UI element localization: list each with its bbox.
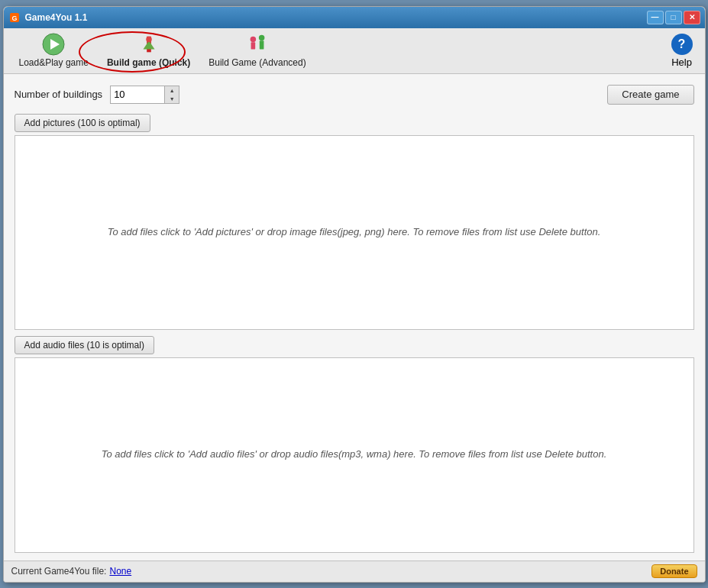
window-controls: — □ ✕ (647, 11, 700, 24)
spinner-down-button[interactable]: ▼ (165, 95, 179, 103)
main-window: G Game4You 1.1 — □ ✕ Load&Play game (3, 6, 706, 583)
tab-build-advanced-label: Build Game (Advanced) (209, 57, 306, 68)
build-quick-icon (137, 33, 160, 56)
help-button[interactable]: ? Help (665, 31, 699, 71)
maximize-button[interactable]: □ (665, 11, 682, 24)
buildings-spinner: ▲ ▼ (110, 86, 179, 104)
status-bar: Current Game4You file: None Donate (4, 561, 705, 582)
minimize-button[interactable]: — (647, 11, 664, 24)
pictures-drop-text: To add files click to 'Add pictures' or … (108, 225, 601, 241)
toolbar: Load&Play game Build game (Quick) (4, 28, 705, 74)
status-file-label: Current Game4You file: (11, 566, 107, 577)
spinner-up-button[interactable]: ▲ (165, 86, 179, 95)
window-title: Game4You 1.1 (25, 12, 647, 23)
svg-text:G: G (11, 15, 17, 22)
svg-point-6 (146, 37, 152, 43)
audio-section: Add audio files (10 is optimal) To add f… (15, 336, 694, 553)
donate-button[interactable]: Donate (651, 564, 697, 578)
buildings-label: Number of buildings (15, 89, 103, 100)
audio-drop-text: To add files click to 'Add audio files' … (102, 447, 607, 463)
tab-build-quick-label: Build game (Quick) (107, 57, 190, 68)
help-icon: ? (671, 34, 693, 55)
tab-build-quick[interactable]: Build game (Quick) (98, 30, 199, 71)
tab-load-play-label: Load&Play game (19, 57, 89, 68)
tab-build-advanced[interactable]: Build Game (Advanced) (199, 30, 315, 71)
svg-rect-10 (260, 40, 264, 49)
help-label: Help (671, 57, 692, 68)
add-audio-button[interactable]: Add audio files (10 is optimal) (15, 336, 154, 354)
svg-rect-8 (251, 42, 256, 49)
main-content: Number of buildings ▲ ▼ Create game Add … (4, 74, 705, 561)
spinner-buttons: ▲ ▼ (164, 86, 179, 103)
status-file-value[interactable]: None (109, 566, 131, 577)
tab-load-play[interactable]: Load&Play game (10, 30, 98, 71)
svg-point-9 (259, 35, 265, 41)
buildings-row: Number of buildings ▲ ▼ Create game (15, 82, 694, 108)
add-pictures-button[interactable]: Add pictures (100 is optimal) (15, 114, 150, 132)
close-button[interactable]: ✕ (684, 11, 700, 24)
build-advanced-icon (246, 33, 269, 56)
pictures-drop-area[interactable]: To add files click to 'Add pictures' or … (15, 135, 694, 331)
app-icon: G (8, 11, 21, 24)
title-bar: G Game4You 1.1 — □ ✕ (4, 7, 705, 28)
pictures-section: Add pictures (100 is optimal) To add fil… (15, 114, 694, 331)
buildings-input[interactable] (111, 86, 164, 103)
audio-drop-area[interactable]: To add files click to 'Add audio files' … (15, 357, 694, 553)
svg-point-7 (251, 37, 257, 43)
create-game-button[interactable]: Create game (607, 85, 693, 105)
load-play-icon (42, 33, 65, 56)
